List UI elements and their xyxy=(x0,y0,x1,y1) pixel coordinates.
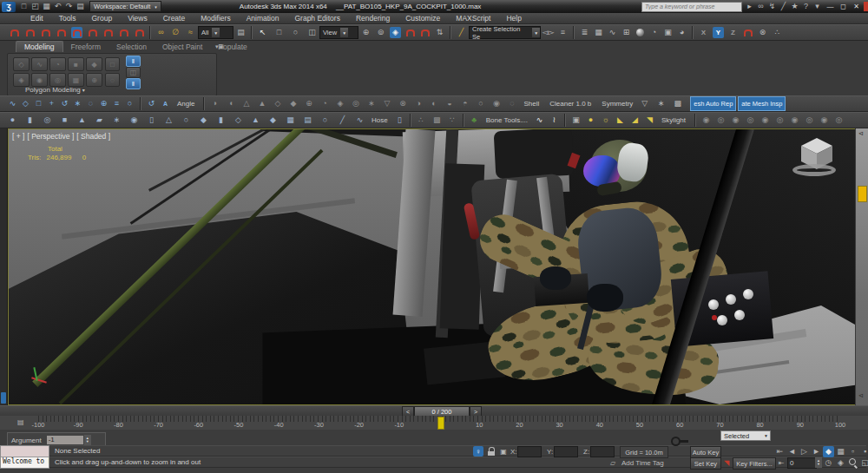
modifier-8-icon[interactable]: ◔ xyxy=(319,98,330,109)
torus-icon[interactable]: ○ xyxy=(181,115,192,126)
snap-magnet-9-icon[interactable] xyxy=(134,27,145,38)
shape-tool-4-icon[interactable]: + xyxy=(46,98,57,109)
camera-8-icon[interactable]: ◎ xyxy=(804,115,815,126)
mini-curve-editor-icon[interactable]: ▤ xyxy=(17,418,24,426)
modifier-14-icon[interactable]: ◑ xyxy=(412,98,424,109)
set-key-button[interactable]: Set Key xyxy=(690,457,721,470)
minimize-button[interactable]: — xyxy=(825,2,836,11)
angle-snap-icon[interactable] xyxy=(404,27,416,38)
mini-toggle-1-icon[interactable]: ▫ xyxy=(847,446,858,457)
spot-light-2-icon[interactable]: ◢ xyxy=(629,115,641,126)
graphite-toggle-icon[interactable]: ▦ xyxy=(593,27,604,38)
strip-collapse-bottom-icon[interactable]: ⊲ xyxy=(858,392,864,399)
spindle-icon[interactable]: ◆ xyxy=(198,115,209,126)
prism-icon[interactable]: ▲ xyxy=(250,115,261,126)
shape-tool-1-icon[interactable]: ∿ xyxy=(7,98,18,109)
rectangular-region-icon[interactable]: □ xyxy=(273,27,285,38)
camera-1-icon[interactable]: ◉ xyxy=(700,115,712,126)
render-production-icon[interactable]: ◕ xyxy=(676,27,687,38)
viewport-layout-icon[interactable]: ▦ xyxy=(835,446,846,457)
modifier-16-icon[interactable]: ◒ xyxy=(444,98,455,109)
menu-customize[interactable]: Customize xyxy=(398,14,448,23)
bone-icon[interactable]: ∿ xyxy=(534,115,545,126)
relax-tool-icon[interactable]: ↺ xyxy=(146,98,157,109)
key-mode-dropdown[interactable]: Selected ▼ xyxy=(720,430,771,441)
axis-y-button[interactable]: Y xyxy=(713,27,724,38)
search-input[interactable] xyxy=(641,2,742,12)
application-menu-button[interactable]: Ʒ xyxy=(2,2,16,12)
curve-editor-icon[interactable]: ∿ xyxy=(607,27,618,38)
modifier-11-icon[interactable]: ∗ xyxy=(365,98,377,109)
menu-views[interactable]: Views xyxy=(120,14,155,23)
menu-create[interactable]: Create xyxy=(155,14,194,23)
camera-5-icon[interactable]: ◉ xyxy=(760,115,771,126)
spot-light-1-icon[interactable]: ◣ xyxy=(615,115,626,126)
polygon-mode-button[interactable]: ■ xyxy=(68,57,84,71)
shape-tool-3-icon[interactable]: □ xyxy=(33,98,44,109)
mesh-auto-repair-button[interactable]: esh Auto Rep xyxy=(690,96,736,111)
viewport-shading-menu[interactable]: [ Shaded ] xyxy=(76,132,110,141)
border-mode-button[interactable]: ◔ xyxy=(49,57,66,71)
circle-region-icon[interactable]: ○ xyxy=(290,27,301,38)
hose-capsule-icon[interactable]: ▯ xyxy=(394,115,405,126)
workspace-dropdown[interactable]: Workspace: Default ▾ xyxy=(89,1,161,12)
help-icon[interactable]: ? xyxy=(800,1,812,12)
shape-tool-5-icon[interactable]: ↺ xyxy=(59,98,70,109)
auto-key-button[interactable]: Auto Key xyxy=(690,446,721,458)
pyramid-icon[interactable]: ▲ xyxy=(76,115,88,126)
menu-group[interactable]: Group xyxy=(84,14,121,23)
macro-recorder-field[interactable] xyxy=(1,446,49,457)
axis-plane-icon[interactable] xyxy=(742,27,753,38)
particle-cloud-icon[interactable]: ∴ xyxy=(416,115,427,126)
camera-2-icon[interactable]: ◎ xyxy=(715,115,727,126)
box-icon[interactable]: ■ xyxy=(59,115,70,126)
spinner-snap-icon[interactable]: ⇅ xyxy=(434,27,445,38)
argument-spinner-arrows[interactable]: ▲▼ xyxy=(84,435,91,445)
snap-magnet-1-icon[interactable] xyxy=(9,27,20,38)
pm-toggle-bottom-button[interactable]: ‖ xyxy=(126,78,141,89)
shell-button[interactable]: Shell xyxy=(519,97,543,110)
go-to-start-icon[interactable]: ⇤ xyxy=(776,457,786,468)
zoom-region-icon[interactable]: ◱ xyxy=(859,457,868,469)
menu-help[interactable]: Help xyxy=(498,14,529,23)
modifier-15-icon[interactable]: ◐ xyxy=(428,98,439,109)
axis-x-button[interactable]: X xyxy=(698,27,709,38)
time-marker[interactable] xyxy=(437,417,444,430)
menu-rendering[interactable]: Rendering xyxy=(348,14,398,23)
snap-magnet-6-icon[interactable] xyxy=(87,27,98,38)
modifier-13-icon[interactable]: ⊗ xyxy=(397,98,408,109)
checker-icon[interactable]: ▩ xyxy=(672,98,683,109)
modifier-1-icon[interactable]: ◗ xyxy=(209,98,220,109)
time-config-icon[interactable]: ◷ xyxy=(823,457,834,469)
keyboard-override-icon[interactable]: ╱ xyxy=(456,27,467,38)
target-light-icon[interactable]: ▣ xyxy=(570,115,582,126)
bind-to-space-warp-icon[interactable]: ≈ xyxy=(185,27,196,38)
perspective-viewport[interactable]: 5344-396 xyxy=(8,128,856,405)
capsule-icon[interactable]: ▮ xyxy=(215,115,227,126)
go-to-start-icon[interactable]: ⇤ xyxy=(774,446,786,457)
communication-icon[interactable]: ↯ xyxy=(766,1,778,12)
menu-tools[interactable]: Tools xyxy=(51,14,84,23)
percent-snap-icon[interactable] xyxy=(419,27,431,38)
modifier-4-icon[interactable]: ▲ xyxy=(256,98,267,109)
cylinder-icon[interactable]: ▮ xyxy=(24,115,36,126)
rendered-frame-icon[interactable]: ▣ xyxy=(662,27,674,38)
omni-light-icon[interactable]: ● xyxy=(585,115,596,126)
snap-magnet-7-icon[interactable] xyxy=(102,27,114,38)
absolute-mode-icon[interactable]: ▣ xyxy=(498,446,509,457)
project-folder-icon[interactable]: ▤ xyxy=(75,1,86,12)
snap-magnet-2-icon[interactable] xyxy=(24,27,36,38)
menu-modifiers[interactable]: Modifiers xyxy=(193,14,238,23)
pan-view-icon[interactable]: ◈ xyxy=(835,457,846,469)
shape-tool-10-icon[interactable]: ○ xyxy=(124,98,135,109)
particle-system-icon[interactable]: ∵ xyxy=(447,115,458,126)
modifier-9-icon[interactable]: ◈ xyxy=(334,98,345,109)
x-coordinate-field[interactable] xyxy=(517,446,542,457)
oiltank-icon[interactable]: ▯ xyxy=(146,115,157,126)
select-by-name-icon[interactable]: ▤ xyxy=(235,27,247,38)
view-cube-ring[interactable] xyxy=(792,164,836,176)
layer-manager-icon[interactable]: ≣ xyxy=(579,27,590,38)
modifier-17-icon[interactable]: ◓ xyxy=(459,98,470,109)
z-coordinate-field[interactable] xyxy=(590,446,615,457)
vertex-mode-button[interactable]: ◇ xyxy=(13,57,30,71)
